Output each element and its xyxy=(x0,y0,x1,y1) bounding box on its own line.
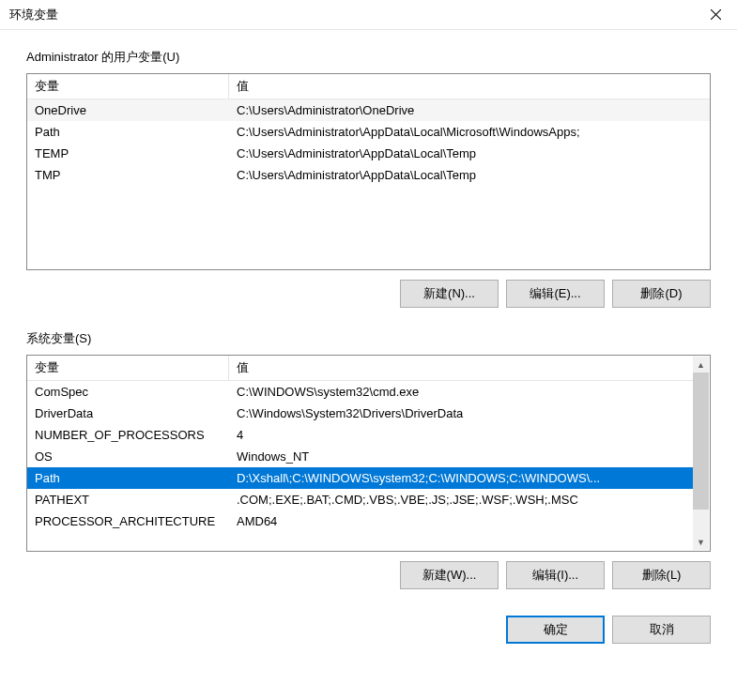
var-name-cell: Path xyxy=(27,121,229,143)
var-value-cell: C:\WINDOWS\system32\cmd.exe xyxy=(229,381,694,403)
table-row[interactable]: NUMBER_OF_PROCESSORS4 xyxy=(27,424,694,446)
table-row[interactable]: OSWindows_NT xyxy=(27,446,694,467)
var-name-cell: TMP xyxy=(27,164,229,186)
var-name-cell: ComSpec xyxy=(27,381,229,403)
var-value-cell: C:\Users\Administrator\AppData\Local\Tem… xyxy=(229,164,710,186)
user-vars-body: OneDriveC:\Users\Administrator\OneDriveP… xyxy=(27,99,710,269)
column-header-variable[interactable]: 变量 xyxy=(27,356,229,380)
column-header-value[interactable]: 值 xyxy=(229,356,694,380)
var-value-cell: .COM;.EXE;.BAT;.CMD;.VBS;.VBE;.JS;.JSE;.… xyxy=(229,489,694,510)
window-title: 环境变量 xyxy=(9,7,58,23)
var-value-cell: C:\Users\Administrator\AppData\Local\Tem… xyxy=(229,143,710,164)
column-header-variable[interactable]: 变量 xyxy=(27,74,229,99)
scroll-down-arrow-icon[interactable]: ▼ xyxy=(693,534,709,550)
var-name-cell: OneDrive xyxy=(27,99,229,121)
scroll-thumb[interactable] xyxy=(693,373,709,510)
system-vars-label: 系统变量(S) xyxy=(26,330,711,347)
table-row[interactable]: TMPC:\Users\Administrator\AppData\Local\… xyxy=(27,164,710,186)
list-header: 变量 值 xyxy=(27,74,710,99)
var-value-cell: D:\Xshall\;C:\WINDOWS\system32;C:\WINDOW… xyxy=(229,467,694,489)
close-button[interactable] xyxy=(694,0,737,30)
list-header: 变量 值 xyxy=(27,356,694,381)
var-value-cell: Windows_NT xyxy=(229,446,694,467)
user-new-button[interactable]: 新建(N)... xyxy=(400,280,499,308)
cancel-button[interactable]: 取消 xyxy=(612,616,711,644)
user-edit-button[interactable]: 编辑(E)... xyxy=(506,280,605,308)
table-row[interactable]: PathD:\Xshall\;C:\WINDOWS\system32;C:\WI… xyxy=(27,467,694,489)
user-buttons-row: 新建(N)... 编辑(E)... 删除(D) xyxy=(26,280,711,308)
dialog-buttons: 确定 取消 xyxy=(0,602,737,657)
var-value-cell: C:\Users\Administrator\AppData\Local\Mic… xyxy=(229,121,710,143)
system-buttons-row: 新建(W)... 编辑(I)... 删除(L) xyxy=(26,561,711,589)
system-vars-listbox[interactable]: 变量 值 ComSpecC:\WINDOWS\system32\cmd.exeD… xyxy=(26,355,711,552)
scrollbar[interactable]: ▲ ▼ xyxy=(693,357,709,550)
var-value-cell: 4 xyxy=(229,424,694,446)
ok-button[interactable]: 确定 xyxy=(506,616,605,644)
table-row[interactable]: OneDriveC:\Users\Administrator\OneDrive xyxy=(27,99,710,121)
scroll-up-arrow-icon[interactable]: ▲ xyxy=(693,357,709,373)
user-vars-label: Administrator 的用户变量(U) xyxy=(26,49,711,66)
var-value-cell: C:\Windows\System32\Drivers\DriverData xyxy=(229,403,694,424)
system-vars-body: ComSpecC:\WINDOWS\system32\cmd.exeDriver… xyxy=(27,381,694,551)
table-row[interactable]: PathC:\Users\Administrator\AppData\Local… xyxy=(27,121,710,143)
var-name-cell: NUMBER_OF_PROCESSORS xyxy=(27,424,229,446)
user-delete-button[interactable]: 删除(D) xyxy=(612,280,711,308)
system-edit-button[interactable]: 编辑(I)... xyxy=(506,561,605,589)
user-vars-listbox[interactable]: 变量 值 OneDriveC:\Users\Administrator\OneD… xyxy=(26,73,711,270)
scroll-track[interactable] xyxy=(693,373,709,534)
table-row[interactable]: PROCESSOR_ARCHITECTUREAMD64 xyxy=(27,510,694,532)
var-name-cell: PATHEXT xyxy=(27,489,229,510)
table-row[interactable]: ComSpecC:\WINDOWS\system32\cmd.exe xyxy=(27,381,694,403)
var-name-cell: TEMP xyxy=(27,143,229,164)
column-header-value[interactable]: 值 xyxy=(229,74,710,99)
var-name-cell: DriverData xyxy=(27,403,229,424)
system-new-button[interactable]: 新建(W)... xyxy=(400,561,499,589)
var-value-cell: AMD64 xyxy=(229,510,694,532)
table-row[interactable]: TEMPC:\Users\Administrator\AppData\Local… xyxy=(27,143,710,164)
dialog-content: Administrator 的用户变量(U) 变量 值 OneDriveC:\U… xyxy=(0,30,737,602)
var-name-cell: OS xyxy=(27,446,229,467)
var-name-cell: Path xyxy=(27,467,229,489)
system-delete-button[interactable]: 删除(L) xyxy=(612,561,711,589)
var-value-cell: C:\Users\Administrator\OneDrive xyxy=(229,99,710,121)
var-name-cell: PROCESSOR_ARCHITECTURE xyxy=(27,510,229,532)
table-row[interactable]: PATHEXT.COM;.EXE;.BAT;.CMD;.VBS;.VBE;.JS… xyxy=(27,489,694,510)
close-icon xyxy=(711,9,721,20)
titlebar: 环境变量 xyxy=(0,0,737,30)
table-row[interactable]: DriverDataC:\Windows\System32\Drivers\Dr… xyxy=(27,403,694,424)
